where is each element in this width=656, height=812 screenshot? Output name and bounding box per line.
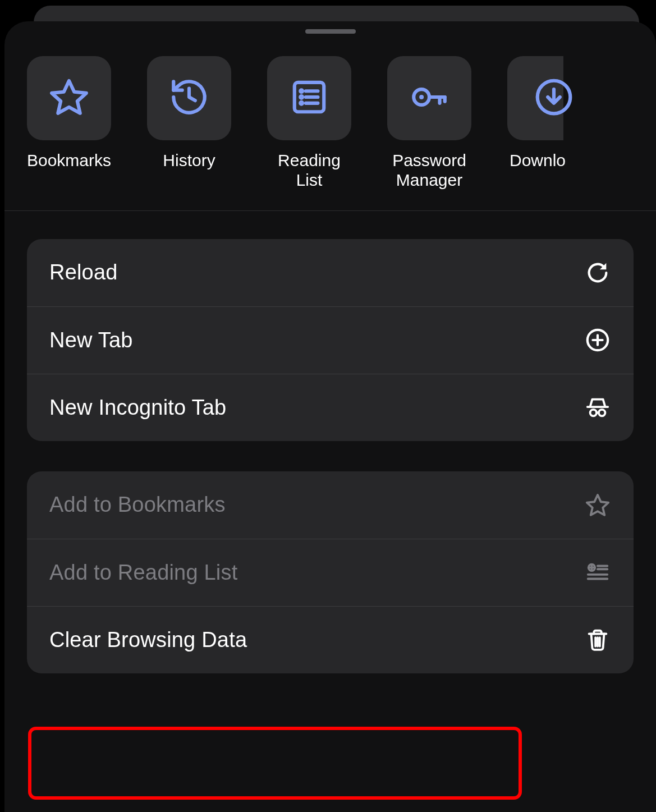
downloads-label: Downlo bbox=[507, 150, 566, 170]
menu-groups: Reload New Tab bbox=[4, 211, 656, 673]
reading-list-label: Reading List bbox=[267, 150, 351, 190]
menu-item-clear-browsing-data[interactable]: Clear Browsing Data bbox=[27, 606, 634, 673]
quick-action-password-manager[interactable]: Password Manager bbox=[387, 56, 471, 190]
star-outline-icon bbox=[584, 492, 611, 519]
bookmarks-tile bbox=[27, 56, 111, 140]
quick-action-history[interactable]: History bbox=[147, 56, 231, 190]
svg-point-5 bbox=[300, 102, 302, 104]
sheet-grabber[interactable] bbox=[305, 29, 356, 34]
clear-browsing-data-label: Clear Browsing Data bbox=[49, 628, 247, 652]
key-icon bbox=[409, 76, 450, 120]
incognito-icon bbox=[584, 394, 611, 421]
trash-icon bbox=[584, 626, 611, 653]
downloads-tile bbox=[507, 56, 563, 140]
svg-point-8 bbox=[419, 95, 424, 99]
add-to-bookmarks-label: Add to Bookmarks bbox=[49, 493, 226, 517]
menu-item-add-to-reading-list: Add to Reading List bbox=[27, 539, 634, 606]
reload-label: Reload bbox=[49, 260, 118, 285]
add-reading-list-icon bbox=[584, 559, 611, 586]
history-icon bbox=[168, 76, 210, 120]
quick-action-reading-list[interactable]: Reading List bbox=[267, 56, 351, 190]
reading-list-icon bbox=[288, 76, 330, 120]
quick-action-downloads[interactable]: Downlo bbox=[507, 56, 563, 190]
download-icon bbox=[533, 76, 563, 120]
bookmarks-label: Bookmarks bbox=[27, 150, 111, 170]
new-incognito-tab-label: New Incognito Tab bbox=[49, 396, 226, 420]
quick-actions-row: Bookmarks History bbox=[4, 34, 656, 211]
menu-item-new-incognito-tab[interactable]: New Incognito Tab bbox=[27, 374, 634, 441]
add-to-reading-list-label: Add to Reading List bbox=[49, 561, 237, 585]
menu-sheet: Bookmarks History bbox=[4, 21, 656, 812]
menu-group-page-actions: Add to Bookmarks Add to Reading List bbox=[27, 471, 634, 673]
password-manager-tile bbox=[387, 56, 471, 140]
star-icon bbox=[48, 76, 90, 120]
quick-action-bookmarks[interactable]: Bookmarks bbox=[27, 56, 111, 190]
password-manager-label: Password Manager bbox=[392, 150, 466, 190]
new-tab-icon bbox=[584, 327, 611, 354]
menu-group-navigation: Reload New Tab bbox=[27, 239, 634, 441]
menu-item-reload[interactable]: Reload bbox=[27, 239, 634, 306]
svg-point-3 bbox=[300, 96, 302, 98]
menu-item-new-tab[interactable]: New Tab bbox=[27, 306, 634, 374]
new-tab-label: New Tab bbox=[49, 328, 133, 352]
reload-icon bbox=[584, 259, 611, 286]
svg-point-1 bbox=[300, 90, 302, 92]
reading-list-tile bbox=[267, 56, 351, 140]
history-tile bbox=[147, 56, 231, 140]
menu-item-add-to-bookmarks: Add to Bookmarks bbox=[27, 471, 634, 539]
history-label: History bbox=[163, 150, 215, 170]
